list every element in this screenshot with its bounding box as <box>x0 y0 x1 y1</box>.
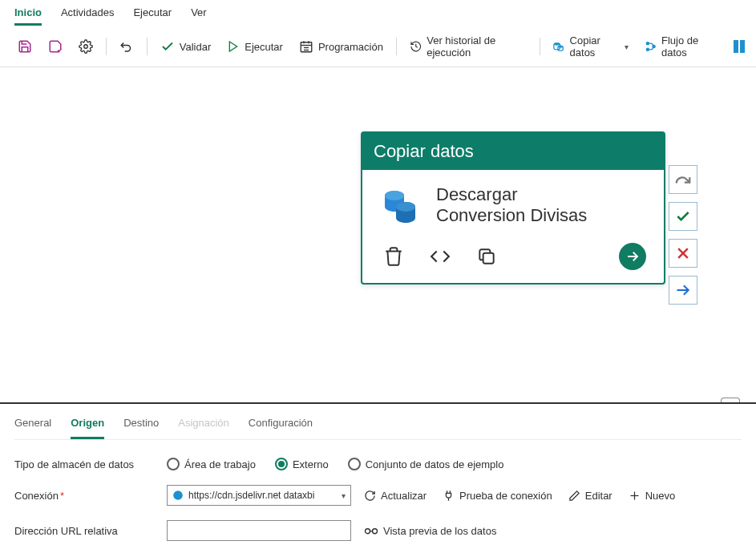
refresh-label: Actualizar <box>381 490 427 502</box>
tab-general[interactable]: General <box>14 412 51 439</box>
tab-asignacion: Asignación <box>178 412 229 439</box>
relative-url-input[interactable] <box>167 520 351 541</box>
radio-external-label: Externo <box>293 458 329 470</box>
schedule-label: Programación <box>318 41 383 53</box>
plus-icon <box>629 490 641 502</box>
required-asterisk: * <box>60 490 64 502</box>
svg-point-16 <box>385 191 404 200</box>
radio-external[interactable]: Externo <box>275 458 329 470</box>
check-icon <box>675 208 691 224</box>
run-activity-button[interactable] <box>619 243 646 270</box>
connection-label-text: Conexión <box>14 490 59 502</box>
panel-divider <box>0 402 756 404</box>
svg-point-24 <box>173 490 183 500</box>
svg-point-8 <box>554 42 560 46</box>
menu-tab-inicio[interactable]: Inicio <box>14 3 42 26</box>
store-type-label: Tipo de almacén de datos <box>14 458 167 470</box>
history-label: Ver historial de ejecución <box>427 34 526 59</box>
plug-icon <box>443 490 455 502</box>
chevron-down-icon: ▾ <box>625 42 629 51</box>
on-success-handle[interactable] <box>669 202 697 231</box>
new-link[interactable]: Nuevo <box>629 490 676 502</box>
svg-point-11 <box>646 48 649 50</box>
preview-link[interactable]: Vista previa de los datos <box>364 525 496 537</box>
properties-tabs: General Origen Destino Asignación Config… <box>14 412 742 440</box>
separator <box>106 38 107 55</box>
svg-rect-13 <box>734 40 738 53</box>
edit-label: Editar <box>585 490 612 502</box>
refresh-icon <box>364 490 376 502</box>
validate-label: Validar <box>180 41 212 53</box>
arrow-right-icon <box>625 249 640 264</box>
activity-card[interactable]: Copiar datos Descargar Conversion Divisa… <box>361 131 665 285</box>
radio-workspace[interactable]: Área de trabajo <box>167 458 256 470</box>
validate-button[interactable]: Validar <box>154 36 218 57</box>
svg-rect-14 <box>740 40 745 53</box>
tab-configuracion[interactable]: Configuración <box>249 412 313 439</box>
svg-point-18 <box>396 202 415 212</box>
check-icon <box>160 39 175 54</box>
close-icon <box>675 245 691 261</box>
copy-data-button[interactable]: Copiar datos ▾ <box>546 31 634 62</box>
on-fail-handle[interactable] <box>669 239 697 268</box>
save-button[interactable] <box>11 36 38 57</box>
tab-destino[interactable]: Destino <box>123 412 159 439</box>
branch-icon <box>645 39 657 54</box>
radio-icon <box>275 458 288 470</box>
refresh-link[interactable]: Actualizar <box>364 490 427 502</box>
pipeline-canvas[interactable]: Copiar datos Descargar Conversion Divisa… <box>0 67 756 404</box>
svg-point-9 <box>558 45 563 47</box>
save-check-icon <box>48 39 63 54</box>
more-button[interactable] <box>727 36 745 57</box>
toolbar: Validar Ejecutar Programación Ver histor… <box>0 26 756 67</box>
svg-point-27 <box>366 529 370 534</box>
radio-icon <box>348 458 361 470</box>
activity-output-handles <box>669 165 697 305</box>
on-skip-handle[interactable] <box>669 165 697 194</box>
svg-point-12 <box>652 45 654 47</box>
connection-label: Conexión* <box>14 490 167 502</box>
on-completion-handle[interactable] <box>669 276 697 305</box>
copy-icon[interactable] <box>476 246 497 267</box>
skip-arrow-icon <box>674 172 692 187</box>
svg-point-28 <box>373 529 378 534</box>
dataflow-label: Flujo de datos <box>661 34 718 59</box>
undo-button[interactable] <box>113 36 140 57</box>
calendar-icon <box>299 39 313 54</box>
play-icon <box>227 40 240 53</box>
tab-origen[interactable]: Origen <box>71 412 104 439</box>
activity-name: Descargar Conversion Divisas <box>436 184 587 227</box>
menu-tab-ejecutar[interactable]: Ejecutar <box>133 3 172 26</box>
trash-icon[interactable] <box>383 246 404 267</box>
relative-url-label: Dirección URL relativa <box>14 525 167 537</box>
code-icon[interactable] <box>430 246 451 267</box>
connection-dropdown[interactable]: https://cdn.jsdelivr.net dataxbi ▾ <box>167 485 351 506</box>
svg-marker-1 <box>230 42 237 51</box>
properties-panel: General Origen Destino Asignación Config… <box>0 404 756 549</box>
chevron-down-icon: ▾ <box>342 491 346 500</box>
edit-link[interactable]: Editar <box>568 490 612 502</box>
settings-button[interactable] <box>72 36 99 57</box>
undo-icon <box>119 39 134 54</box>
history-icon <box>410 39 422 54</box>
test-connection-link[interactable]: Prueba de conexión <box>443 490 552 502</box>
menu-tabs: Inicio Actividades Ejecutar Ver <box>0 0 756 26</box>
history-button[interactable]: Ver historial de ejecución <box>403 31 533 62</box>
menu-tab-actividades[interactable]: Actividades <box>61 3 114 26</box>
glasses-icon <box>364 525 378 536</box>
dataflow-button[interactable]: Flujo de datos <box>638 31 724 62</box>
copy-data-activity-icon <box>380 186 418 224</box>
activity-type-label: Copiar datos <box>362 133 664 170</box>
radio-sample[interactable]: Conjunto de datos de ejemplo <box>348 458 504 470</box>
menu-tab-ver[interactable]: Ver <box>191 3 207 26</box>
connection-value: https://cdn.jsdelivr.net dataxbi <box>188 490 314 501</box>
separator <box>396 38 397 55</box>
column-icon <box>734 39 745 54</box>
save-as-button[interactable] <box>42 36 69 57</box>
separator <box>540 38 540 55</box>
schedule-button[interactable]: Programación <box>293 36 390 57</box>
arrow-right-icon <box>675 282 691 298</box>
execute-label: Ejecutar <box>245 41 283 53</box>
new-label: Nuevo <box>645 490 676 502</box>
execute-button[interactable]: Ejecutar <box>220 37 289 56</box>
